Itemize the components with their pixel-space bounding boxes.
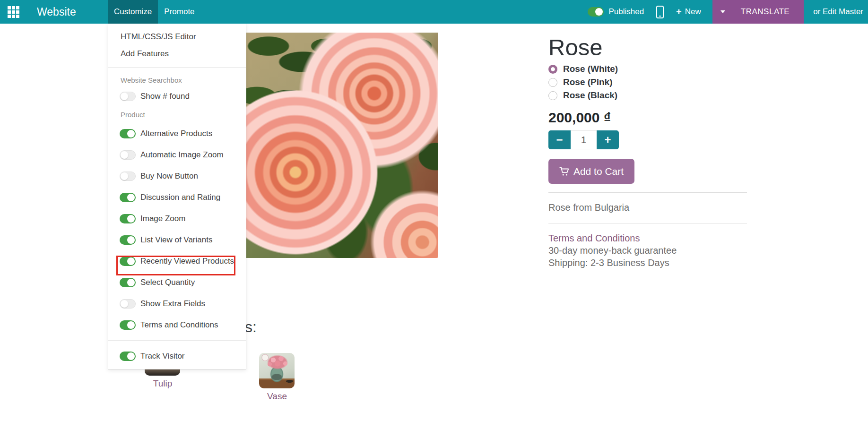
variant-label: Rose (Black) — [563, 90, 617, 101]
shipping-text: Shipping: 2-3 Business Days — [548, 257, 747, 269]
menu-item-html-editor[interactable]: HTML/CSS/JS Editor — [108, 28, 246, 45]
toggle-automatic-image-zoom[interactable]: Automatic Image Zoom — [108, 144, 246, 165]
product-details: Rose Rose (White) Rose (Pink) Rose (Blac… — [548, 35, 747, 269]
translate-button[interactable]: TRANSLATE — [733, 0, 804, 24]
variant-label: Rose (White) — [563, 64, 618, 74]
toggle-switch[interactable] — [120, 299, 136, 309]
variant-option-black[interactable]: Rose (Black) — [548, 89, 747, 102]
quantity-increase-button[interactable]: + — [597, 130, 619, 149]
translate-dropdown-toggle[interactable] — [712, 0, 733, 24]
toggle-label: Show Extra Fields — [140, 299, 205, 309]
toggle-label: Track Visitor — [140, 352, 185, 361]
toggle-buy-now-button[interactable]: Buy Now Button — [108, 165, 246, 187]
toggle-switch[interactable] — [120, 150, 136, 160]
variant-option-white[interactable]: Rose (White) — [548, 62, 747, 76]
variant-radio[interactable] — [548, 91, 557, 100]
toggle-switch[interactable] — [120, 278, 136, 287]
toggle-label: Discussion and Rating — [140, 193, 220, 202]
variant-radio[interactable] — [548, 78, 557, 87]
toggle-label: List View of Variants — [140, 235, 212, 245]
mobile-preview-icon[interactable] — [656, 6, 664, 18]
toggle-label: Alternative Products — [140, 129, 212, 138]
toggle-discussion-and-rating[interactable]: Discussion and Rating — [108, 187, 246, 208]
plus-icon: + — [676, 7, 682, 17]
toggle-switch[interactable] — [120, 172, 136, 181]
menu-promote[interactable]: Promote — [158, 0, 200, 24]
add-to-cart-button[interactable]: Add to Cart — [548, 159, 634, 184]
translate-split-button: TRANSLATE — [712, 0, 804, 24]
toggle-label: Select Quantity — [140, 278, 195, 287]
published-toggle[interactable] — [588, 7, 604, 17]
toggle-switch[interactable] — [120, 320, 136, 330]
new-button-label: New — [685, 7, 701, 17]
toggle-switch[interactable] — [120, 92, 136, 101]
product-image — [245, 33, 438, 258]
cart-icon — [559, 166, 570, 177]
toggle-show-extra-fields[interactable]: Show Extra Fields — [108, 293, 246, 314]
toggle-label: Automatic Image Zoom — [140, 150, 224, 160]
menu-customize[interactable]: Customize — [108, 0, 158, 24]
terms-block: Terms and Conditions 30-day money-back g… — [548, 232, 747, 269]
variant-option-pink[interactable]: Rose (Pink) — [548, 76, 747, 89]
guarantee-text: 30-day money-back guarantee — [548, 244, 747, 257]
menu-divider — [108, 340, 246, 341]
edit-master-link[interactable]: or Edit Master — [813, 7, 863, 17]
section-header-searchbox: Website Searchbox — [108, 72, 246, 86]
top-navbar: Website Customize Promote Published + Ne… — [0, 0, 868, 24]
toggle-switch[interactable] — [120, 129, 136, 138]
toggle-label: Show # found — [140, 92, 190, 101]
published-label: Published — [608, 7, 644, 17]
section-header-product: Product — [108, 107, 246, 120]
product-price: 200,000 ₫ — [548, 110, 747, 126]
product-description: Rose from Bulgaria — [548, 201, 747, 214]
variant-label: Rose (Pink) — [563, 77, 613, 87]
toggle-list-view-of-variants[interactable]: List View of Variants — [108, 229, 246, 250]
apps-grid-icon — [8, 6, 19, 18]
product-title: Rose — [548, 35, 747, 60]
divider — [548, 223, 747, 223]
vase-thumbnail[interactable] — [259, 353, 295, 388]
toggle-label: Recently Viewed Products — [140, 257, 234, 266]
toggle-alternative-products[interactable]: Alternative Products — [108, 123, 246, 144]
navbar-right: Published + New TRANSLATE or Edit Master — [588, 0, 865, 24]
toggle-label: Terms and Conditions — [140, 320, 218, 330]
variant-radio[interactable] — [548, 65, 557, 74]
toggle-label: Buy Now Button — [140, 172, 198, 181]
terms-and-conditions-link[interactable]: Terms and Conditions — [548, 233, 640, 243]
tulip-label[interactable]: Tulip — [145, 378, 181, 389]
menu-item-add-features[interactable]: Add Features — [108, 45, 246, 62]
toggle-image-zoom[interactable]: Image Zoom — [108, 208, 246, 229]
app-title[interactable]: Website — [37, 0, 76, 24]
menu-divider — [108, 67, 246, 68]
toggle-recently-viewed-products[interactable]: Recently Viewed Products — [108, 250, 246, 272]
vase-label[interactable]: Vase — [259, 391, 295, 402]
toggle-label: Image Zoom — [140, 214, 185, 223]
navbar-menus: Customize Promote — [108, 0, 201, 24]
toggle-select-quantity[interactable]: Select Quantity — [108, 272, 246, 293]
toggle-terms-and-conditions[interactable]: Terms and Conditions — [108, 314, 246, 335]
toggle-switch[interactable] — [120, 257, 136, 266]
divider — [548, 192, 747, 193]
customize-dropdown: HTML/CSS/JS Editor Add Features Website … — [108, 24, 246, 369]
add-to-cart-label: Add to Cart — [573, 166, 624, 177]
alternative-product-vase[interactable]: Vase — [259, 353, 295, 402]
toggle-switch[interactable] — [120, 214, 136, 223]
toggle-switch[interactable] — [120, 235, 136, 245]
quantity-stepper: − + — [548, 130, 619, 149]
apps-menu-button[interactable] — [0, 0, 26, 24]
toggle-track-visitor[interactable]: Track Visitor — [108, 345, 246, 367]
quantity-input[interactable] — [571, 130, 597, 149]
toggle-show-found[interactable]: Show # found — [108, 86, 246, 107]
toggle-switch[interactable] — [120, 352, 136, 361]
quantity-decrease-button[interactable]: − — [548, 130, 571, 149]
new-button[interactable]: + New — [676, 7, 701, 17]
caret-down-icon — [720, 10, 725, 13]
toggle-switch[interactable] — [120, 193, 136, 202]
variant-list: Rose (White) Rose (Pink) Rose (Black) — [548, 62, 747, 102]
